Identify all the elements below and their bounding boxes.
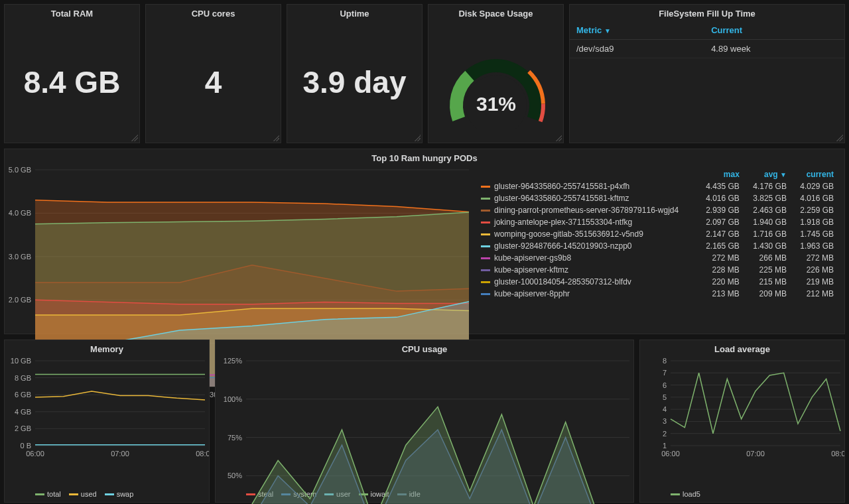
memory-chart: 0 B2 GB4 GB6 GB8 GB10 GB06:0007:0008:00 [5,357,209,459]
resize-icon[interactable] [273,135,279,141]
legend-item[interactable]: load5 [671,490,700,498]
col-avg[interactable]: avg ▼ [745,168,792,180]
stat-value-cores: 4 [146,21,281,143]
panel-title: CPU usage [216,340,633,357]
col-max[interactable]: max [698,168,745,180]
svg-text:4 GB: 4 GB [15,408,31,416]
svg-text:2.0 GB: 2.0 GB [9,296,31,304]
svg-text:07:00: 07:00 [746,450,765,458]
pods-legend-table: max avg ▼ current gluster-964335860-2557… [476,168,839,300]
legend-row[interactable]: womping-goose-gitlab-3515636912-v5nd92.1… [476,228,839,240]
legend-row[interactable]: kube-apiserver-gs9b8272 MB266 MB272 MB [476,252,839,264]
svg-text:6 GB: 6 GB [15,391,31,399]
svg-text:2 GB: 2 GB [15,424,31,432]
panel-title: FileSystem Fill Up Time [570,5,844,21]
svg-text:0 B: 0 B [20,442,31,450]
svg-text:7: 7 [663,369,667,377]
legend-row[interactable]: gluster-964335860-2557415581-p4xfh4.435 … [476,180,839,192]
legend-row[interactable]: gluster-928487666-1452019903-nzpp02.165 … [476,240,839,252]
resize-icon[interactable] [414,135,421,141]
svg-text:2: 2 [663,430,667,438]
panel-title: Total RAM [5,5,139,21]
panel-title: Load average [640,340,844,357]
resize-icon[interactable] [555,135,562,141]
svg-text:100%: 100% [224,395,242,403]
svg-text:3: 3 [663,417,667,425]
fs-header-metric[interactable]: Metric ▼ [570,21,704,40]
legend-row[interactable]: kube-apiserver-8pphr213 MB209 MB212 MB [476,288,839,300]
svg-text:07:00: 07:00 [111,450,129,458]
svg-text:5.0 GB: 5.0 GB [9,166,31,174]
svg-text:3.0 GB: 3.0 GB [9,253,31,261]
legend-row[interactable]: gluster-1000184054-2853507312-blfdv220 M… [476,276,839,288]
panel-cpu-usage[interactable]: CPU usage 0%25%50%75%100%125%05:3006:000… [215,340,634,503]
panel-disk-usage[interactable]: Disk Space Usage 31% [428,4,564,143]
resize-icon[interactable] [836,135,843,141]
sort-desc-icon: ▼ [780,171,787,178]
legend-row[interactable]: gluster-964335860-2557415581-kftmz4.016 … [476,192,839,204]
col-current[interactable]: current [792,168,839,180]
resize-icon[interactable] [131,135,138,141]
panel-title: Uptime [287,5,422,21]
legend-row[interactable]: dining-parrot-prometheus-server-36789791… [476,204,839,216]
svg-text:31%: 31% [476,93,515,115]
cpu-chart: 0%25%50%75%100%125%05:3006:0006:3007:000… [216,357,633,504]
gauge-icon: 31% [436,36,556,129]
stat-value-uptime: 3.9 day [287,21,422,143]
svg-text:4: 4 [663,405,667,413]
panel-load-average[interactable]: Load average 1234567806:0007:0008:00 loa… [639,340,845,503]
load-chart: 1234567806:0007:0008:00 [640,357,844,459]
load-legend: load5 [640,487,844,502]
svg-text:5: 5 [663,393,667,401]
legend-item[interactable]: used [69,490,97,498]
memory-legend: totalusedswap [5,487,209,502]
svg-text:125%: 125% [224,357,242,365]
panel-title: CPU cores [146,5,281,21]
svg-text:6: 6 [663,381,667,389]
panel-uptime[interactable]: Uptime 3.9 day [287,4,423,143]
legend-item[interactable]: total [35,490,61,498]
svg-text:06:00: 06:00 [26,450,44,458]
legend-row[interactable]: joking-antelope-plex-3711553304-ntfkg2.0… [476,216,839,228]
panel-filesystem[interactable]: FileSystem Fill Up Time Metric ▼ Current… [569,4,845,143]
sort-desc-icon: ▼ [604,27,611,34]
table-row[interactable]: /dev/sda94.89 week [570,40,844,58]
svg-text:08:00: 08:00 [196,450,209,458]
panel-top-pods[interactable]: Top 10 Ram hungry PODs 0 B1.0 GB2.0 GB3.… [4,149,845,334]
panel-memory[interactable]: Memory 0 B2 GB4 GB6 GB8 GB10 GB06:0007:0… [4,340,210,503]
svg-text:1: 1 [663,442,667,450]
svg-text:75%: 75% [228,434,242,442]
panel-cpu-cores[interactable]: CPU cores 4 [145,4,281,143]
panel-title: Top 10 Ram hungry PODs [5,149,844,166]
svg-text:4.0 GB: 4.0 GB [9,209,31,217]
legend-item[interactable]: swap [105,490,134,498]
filesystem-table: Metric ▼ Current /dev/sda94.89 week [570,21,844,58]
panel-title: Memory [5,340,209,357]
panel-total-ram[interactable]: Total RAM 8.4 GB [4,4,140,143]
fs-header-current[interactable]: Current [704,21,844,40]
svg-text:8 GB: 8 GB [15,374,31,382]
svg-text:8: 8 [663,357,667,365]
svg-text:08:00: 08:00 [831,450,844,458]
svg-text:10 GB: 10 GB [11,357,31,365]
svg-text:06:00: 06:00 [661,450,680,458]
stat-value-ram: 8.4 GB [5,21,139,143]
svg-text:50%: 50% [228,472,242,479]
legend-row[interactable]: kube-apiserver-kftmz228 MB225 MB226 MB [476,264,839,276]
panel-title: Disk Space Usage [428,5,563,21]
